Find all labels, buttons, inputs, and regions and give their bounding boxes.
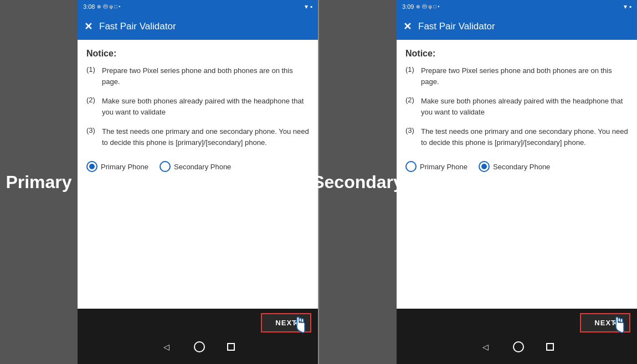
secondary-status-bar: 3:09 ⊕ ⓜ ψ □ • ▾ ▪	[397, 0, 637, 13]
primary-radio-primary[interactable]: Primary Phone	[86, 161, 148, 172]
secondary-radio-secondary[interactable]: Secondary Phone	[479, 161, 550, 172]
primary-notice-item-1: (1) Prepare two Pixel series phone and b…	[86, 65, 309, 87]
primary-notice-item-2: (2) Make sure both phones already paired…	[86, 96, 309, 117]
primary-label-panel: Primary	[0, 0, 78, 364]
secondary-cursor-icon	[610, 315, 628, 337]
primary-next-container: NEXT	[78, 313, 318, 332]
primary-status-time: 3:08 ⊕ ⓜ ψ □ •	[83, 3, 120, 11]
secondary-label: Secondary	[312, 172, 403, 193]
secondary-label-panel: Secondary	[319, 0, 397, 364]
secondary-close-button[interactable]: ✕	[403, 20, 412, 33]
secondary-radio-secondary-inner	[481, 164, 487, 169]
secondary-radio-secondary-label: Secondary Phone	[493, 163, 550, 171]
primary-section: Primary 3:08 ⊕ ⓜ ψ □ • ▾ ▪ ✕ Fast Pair V…	[0, 0, 318, 364]
primary-cursor-icon	[291, 315, 309, 337]
primary-radio-secondary-circle[interactable]	[160, 161, 171, 172]
secondary-phone-frame: 3:09 ⊕ ⓜ ψ □ • ▾ ▪ ✕ Fast Pair Validator…	[397, 0, 637, 364]
primary-notice-item-3: (3) The test needs one primary and one s…	[86, 126, 309, 148]
primary-back-button[interactable]: ◁	[161, 341, 172, 352]
secondary-notice-item-2: (2) Make sure both phones already paired…	[405, 96, 628, 117]
secondary-notice-item-1: (1) Prepare two Pixel series phone and b…	[405, 65, 628, 87]
secondary-radio-primary[interactable]: Primary Phone	[405, 161, 468, 172]
secondary-radio-primary-label: Primary Phone	[420, 163, 468, 171]
primary-recents-button[interactable]	[227, 343, 235, 351]
primary-radio-primary-label: Primary Phone	[101, 163, 148, 171]
secondary-bottom-bar: NEXT ◁	[397, 309, 637, 364]
secondary-next-container: NEXT	[397, 313, 637, 332]
secondary-notice-title: Notice:	[405, 49, 628, 59]
primary-notice-title: Notice:	[86, 49, 309, 59]
primary-nav-buttons: ◁	[78, 337, 318, 357]
primary-label: Primary	[6, 172, 71, 193]
secondary-nav-buttons: ◁	[397, 337, 637, 357]
primary-radio-secondary-label: Secondary Phone	[174, 163, 231, 171]
primary-radio-group: Primary Phone Secondary Phone	[86, 157, 309, 176]
primary-radio-secondary[interactable]: Secondary Phone	[160, 161, 231, 172]
secondary-radio-secondary-circle[interactable]	[479, 161, 490, 172]
primary-status-bar: 3:08 ⊕ ⓜ ψ □ • ▾ ▪	[78, 0, 318, 13]
primary-phone-frame: 3:08 ⊕ ⓜ ψ □ • ▾ ▪ ✕ Fast Pair Validator…	[78, 0, 318, 364]
secondary-home-button[interactable]	[513, 341, 524, 352]
primary-bottom-bar: NEXT ◁	[78, 309, 318, 364]
primary-radio-primary-circle[interactable]	[86, 161, 97, 172]
secondary-notice-item-3: (3) The test needs one primary and one s…	[405, 126, 628, 148]
secondary-radio-group: Primary Phone Secondary Phone	[405, 157, 628, 176]
primary-app-title: Fast Pair Validator	[99, 21, 176, 32]
secondary-section: Secondary 3:09 ⊕ ⓜ ψ □ • ▾ ▪ ✕ Fast Pair…	[319, 0, 637, 364]
primary-home-button[interactable]	[194, 341, 205, 352]
secondary-content: Notice: (1) Prepare two Pixel series pho…	[397, 40, 637, 309]
secondary-app-title: Fast Pair Validator	[418, 21, 495, 32]
primary-app-bar: ✕ Fast Pair Validator	[78, 13, 318, 40]
primary-radio-primary-inner	[89, 164, 95, 169]
primary-content: Notice: (1) Prepare two Pixel series pho…	[78, 40, 318, 309]
primary-close-button[interactable]: ✕	[84, 20, 93, 33]
secondary-back-button[interactable]: ◁	[480, 341, 491, 352]
secondary-status-time: 3:09 ⊕ ⓜ ψ □ •	[402, 3, 439, 11]
secondary-radio-primary-circle[interactable]	[405, 161, 417, 172]
secondary-app-bar: ✕ Fast Pair Validator	[397, 13, 637, 40]
secondary-recents-button[interactable]	[546, 343, 554, 351]
